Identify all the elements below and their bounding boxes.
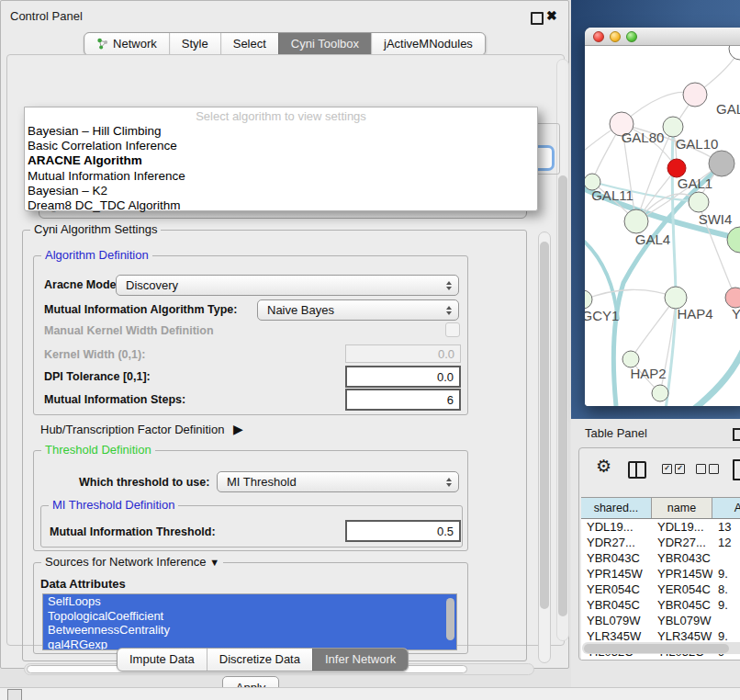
hub-definition-toggle[interactable]: Hub/Transcription Factor Definition ▶: [40, 422, 243, 436]
algorithm-option-mutual-information-inference[interactable]: Mutual Information Inference: [25, 169, 537, 184]
table-row[interactable]: YBL079WYBL079W: [581, 613, 740, 628]
settings-vscroll-thumb[interactable]: [540, 242, 549, 609]
algorithm-option-basic-correlation-inference[interactable]: Basic Correlation Inference: [25, 139, 537, 153]
network-node[interactable]: [729, 46, 740, 60]
zoom-traffic-light[interactable]: [626, 31, 637, 42]
docked-panel-icon[interactable]: [7, 689, 22, 700]
network-node[interactable]: [683, 83, 707, 107]
mi-type-value: Naive Bayes: [267, 303, 334, 317]
network-svg: GALGAL80GAL10GAL1GAL11GAL4SWI4GCY1HAP4YH…: [585, 46, 740, 406]
algorithm-option-bayesian-hill-climbing[interactable]: Bayesian – Hill Climbing: [25, 124, 537, 139]
node-label-gal1: GAL1: [678, 175, 712, 191]
manual-kernel-label: Manual Kernel Width Definition: [44, 324, 214, 337]
which-threshold-combo[interactable]: MI Threshold: [217, 471, 459, 492]
algorithm-popup: Select algorithm to view settings Bayesi…: [24, 107, 538, 211]
mi-type-label: Mutual Information Algorithm Type:: [44, 303, 237, 316]
algorithm-definition-title: Algorithm Definition: [41, 248, 152, 262]
settings-vscrollbar[interactable]: [538, 231, 551, 663]
gear-icon[interactable]: ⚙: [596, 457, 611, 476]
which-threshold-label: Which threshold to use:: [79, 476, 209, 489]
columns-icon[interactable]: [628, 461, 646, 479]
select-all-icon[interactable]: ✓ ✓: [662, 464, 685, 474]
combo-arrows-icon: [446, 478, 452, 487]
file-icon[interactable]: [733, 459, 740, 480]
table-row[interactable]: YBR045CYBR045C9.: [581, 597, 740, 613]
tab-jactivemnodules[interactable]: jActiveMNodules: [371, 33, 485, 55]
table-row[interactable]: YDL19...YDL19...13: [581, 519, 740, 535]
attr-list-scrollbar[interactable]: [446, 598, 454, 640]
attr-items: SelfLoopsTopologicalCoefficientBetweenne…: [43, 594, 456, 650]
outer-vscroll-thumb[interactable]: [558, 175, 567, 616]
network-node[interactable]: [652, 385, 668, 401]
network-view[interactable]: GALGAL80GAL10GAL1GAL11GAL4SWI4GCY1HAP4YH…: [585, 46, 740, 406]
table-hscroll-thumb[interactable]: [584, 644, 729, 653]
mi-threshold-label: Mutual Information Threshold:: [50, 525, 216, 538]
attribute-selfloops[interactable]: SelfLoops: [43, 594, 456, 609]
mi-threshold-input[interactable]: 0.5: [345, 520, 461, 542]
algorithm-option-bayesian-k2[interactable]: Bayesian – K2: [25, 184, 537, 198]
mi-type-combo[interactable]: Naive Bayes: [257, 299, 459, 321]
close-icon[interactable]: ✖: [546, 8, 557, 23]
aracne-mode-value: Discovery: [126, 278, 178, 292]
threshold-definition-title: Threshold Definition: [41, 443, 155, 457]
network-node[interactable]: [727, 227, 740, 253]
table-container: ⚙ ✓ ✓ shared...nameA YDL19...YDL19...13Y…: [578, 447, 740, 660]
network-node[interactable]: [709, 151, 734, 176]
column-header-shared-[interactable]: shared...: [581, 498, 652, 518]
column-header-a[interactable]: A: [712, 498, 740, 518]
table-row[interactable]: YBR043CYBR043C: [581, 550, 740, 566]
desktop-background: GALGAL80GAL10GAL1GAL11GAL4SWI4GCY1HAP4YH…: [571, 0, 740, 419]
node-label-gcy1: GCY1: [585, 308, 619, 323]
algorithm-popup-list: Bayesian – Hill ClimbingBasic Correlatio…: [25, 124, 537, 213]
tab-cyni-toolbox[interactable]: Cyni Toolbox: [278, 33, 371, 55]
tab-network[interactable]: Network: [84, 33, 169, 55]
manual-kernel-checkbox[interactable]: [445, 322, 460, 337]
data-attributes-list[interactable]: SelfLoopsTopologicalCoefficientBetweenne…: [42, 593, 457, 650]
table-float-icon[interactable]: [733, 428, 740, 441]
btab-discretize-data[interactable]: Discretize Data: [207, 649, 312, 671]
close-traffic-light[interactable]: [593, 31, 604, 42]
node-table: shared...nameA YDL19...YDL19...13YDR27..…: [581, 497, 740, 660]
network-window-titlebar[interactable]: [585, 28, 740, 46]
column-header-name[interactable]: name: [652, 498, 712, 518]
table-panel-title: Table Panel: [585, 426, 647, 440]
float-window-icon[interactable]: [531, 12, 544, 25]
attribute-topologicalcoefficient[interactable]: TopologicalCoefficient: [43, 609, 456, 624]
algorithm-option-aracne-algorithm[interactable]: ARACNE Algorithm: [25, 153, 537, 168]
kernel-width-label: Kernel Width (0,1):: [44, 348, 145, 361]
attribute-betweennesscentrality[interactable]: BetweennessCentrality: [43, 623, 456, 638]
mi-steps-label: Mutual Information Steps:: [44, 393, 185, 406]
network-node[interactable]: [725, 288, 740, 308]
network-node[interactable]: [667, 159, 686, 177]
aracne-mode-combo[interactable]: Discovery: [116, 275, 459, 296]
table-row[interactable]: YER054CYER054C8.: [581, 581, 740, 597]
table-hscrollbar[interactable]: [582, 642, 740, 654]
network-edge[interactable]: [693, 347, 740, 406]
btab-infer-network[interactable]: Infer Network: [312, 649, 408, 671]
btab-impute-data[interactable]: Impute Data: [118, 649, 207, 671]
tab-select[interactable]: Select: [220, 33, 278, 55]
data-attributes-label: Data Attributes: [40, 577, 126, 591]
node-label-hap2: HAP2: [630, 366, 666, 381]
table-header-row[interactable]: shared...nameA: [581, 497, 740, 519]
network-icon: [96, 38, 108, 50]
table-toolbar: ⚙ ✓ ✓: [579, 456, 740, 489]
expand-right-icon[interactable]: ▶: [233, 422, 243, 436]
minimize-traffic-light[interactable]: [610, 31, 621, 42]
network-node[interactable]: [624, 209, 648, 233]
which-threshold-value: MI Threshold: [227, 475, 297, 489]
deselect-all-icon[interactable]: [696, 464, 719, 474]
network-node[interactable]: [689, 192, 709, 212]
tab-style[interactable]: Style: [169, 33, 220, 55]
mi-steps-input[interactable]: 6: [345, 389, 461, 411]
table-row[interactable]: YPR145WYPR145W9.: [581, 566, 740, 581]
kernel-width-input[interactable]: 0.0: [345, 344, 461, 363]
table-row[interactable]: YDR27...YDR27...12: [581, 535, 740, 550]
network-node[interactable]: [663, 117, 683, 137]
network-node[interactable]: [585, 290, 592, 309]
collapse-down-icon[interactable]: ▼: [209, 557, 219, 568]
dpi-tolerance-input[interactable]: 0.0: [345, 366, 461, 388]
sources-title[interactable]: Sources for Network Inference ▼: [41, 555, 223, 569]
network-edge[interactable]: [585, 289, 676, 301]
algorithm-option-dream8-dc-tdc-algorithm[interactable]: Dream8 DC_TDC Algorithm: [25, 198, 537, 213]
